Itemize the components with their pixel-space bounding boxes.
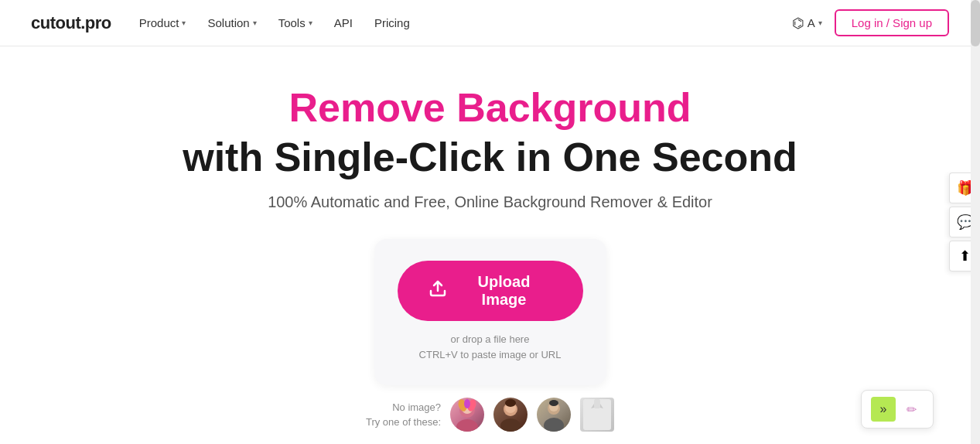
bottom-widget: » ✏: [861, 390, 934, 429]
widget-pencil-button[interactable]: ✏: [899, 397, 924, 422]
nav-item-product[interactable]: Product ▾: [139, 16, 186, 29]
chevron-down-icon: ▾: [253, 19, 257, 27]
login-signup-button[interactable]: Log in / Sign up: [835, 9, 949, 36]
lang-label: A: [808, 16, 815, 29]
upload-image-button[interactable]: Upload Image: [398, 261, 583, 321]
svg-point-8: [500, 418, 521, 432]
hero-subtitle: 100% Automatic and Free, Online Backgrou…: [268, 193, 712, 211]
nav-label-tools: Tools: [278, 16, 306, 29]
main-nav: Product ▾ Solution ▾ Tools ▾ API Pricing: [139, 16, 410, 29]
upload-hint: or drop a file here CTRL+V to paste imag…: [419, 332, 562, 364]
sample-image-3[interactable]: [537, 398, 571, 432]
nav-label-api: API: [334, 16, 353, 29]
chevron-down-icon: ▾: [818, 19, 822, 27]
widget-green-button[interactable]: »: [871, 397, 896, 422]
header: cutout.pro Product ▾ Solution ▾ Tools ▾ …: [0, 0, 980, 46]
sample-image-4[interactable]: [580, 398, 614, 432]
nav-label-solution: Solution: [207, 16, 249, 29]
sample-image-1[interactable]: [450, 398, 484, 432]
header-left: cutout.pro Product ▾ Solution ▾ Tools ▾ …: [31, 13, 410, 33]
language-button[interactable]: ⌬ A ▾: [792, 15, 822, 32]
upload-icon: [429, 279, 447, 302]
sample-image-2[interactable]: [493, 398, 528, 432]
svg-point-12: [544, 418, 564, 432]
nav-label-pricing: Pricing: [374, 16, 410, 29]
nav-item-solution[interactable]: Solution ▾: [207, 16, 256, 29]
hero-title-pink: Remove Background: [289, 85, 691, 131]
nav-item-tools[interactable]: Tools ▾: [278, 16, 312, 29]
hero-title-black: with Single-Click in One Second: [183, 135, 797, 181]
upload-hint-line1: or drop a file here: [419, 332, 562, 348]
header-right: ⌬ A ▾ Log in / Sign up: [792, 9, 949, 36]
samples-row: No image? Try one of these:: [366, 398, 614, 432]
nav-item-api[interactable]: API: [334, 16, 353, 29]
logo[interactable]: cutout.pro: [31, 13, 111, 33]
svg-point-2: [456, 419, 478, 432]
svg-point-6: [464, 399, 470, 408]
scrollbar-track[interactable]: [971, 0, 980, 444]
try-label: Try one of these:: [366, 415, 441, 430]
no-image-label: No image?: [366, 400, 441, 415]
svg-rect-17: [594, 399, 600, 408]
translate-icon: ⌬: [792, 15, 804, 32]
samples-label: No image? Try one of these:: [366, 400, 441, 430]
main-content: Remove Background with Single-Click in O…: [0, 46, 980, 444]
upload-hint-line2: CTRL+V to paste image or URL: [419, 347, 562, 364]
chevron-down-icon: ▾: [182, 19, 186, 27]
nav-item-pricing[interactable]: Pricing: [374, 16, 410, 29]
nav-label-product: Product: [139, 16, 179, 29]
scrollbar-thumb[interactable]: [971, 0, 980, 46]
svg-point-14: [549, 400, 558, 406]
chevron-down-icon: ▾: [309, 19, 312, 27]
upload-button-label: Upload Image: [456, 273, 552, 309]
svg-point-10: [505, 399, 516, 407]
upload-box: Upload Image or drop a file here CTRL+V …: [374, 239, 606, 386]
